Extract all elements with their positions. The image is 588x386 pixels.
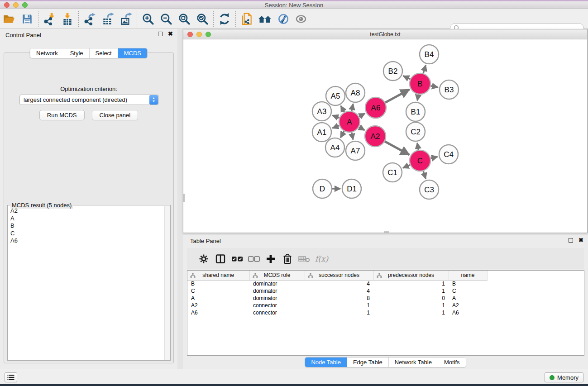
graph-edge-A6-B[interactable] [385,90,409,103]
mcds-result-list[interactable]: A2ABCA6 [9,207,164,359]
mcds-result-item[interactable]: A6 [9,237,164,245]
column-header-successor-nodes[interactable]: successor nodes [305,271,373,280]
zoom-selected-icon[interactable] [193,10,211,28]
table-cell[interactable]: C [449,287,487,295]
select-all-icon[interactable] [229,251,245,267]
table-cell[interactable]: 8 [305,295,373,302]
graph-edge-C-C1[interactable] [403,165,410,168]
table-row[interactable]: Cdominator41C [187,287,584,295]
new-network-from-selection-icon[interactable] [238,10,256,28]
apply-layout-icon[interactable] [215,10,234,28]
graph-edge-A-A5[interactable] [341,106,344,112]
import-network-from-file-icon[interactable] [40,10,58,28]
float-panel-icon[interactable] [158,32,163,36]
table-settings-icon[interactable] [195,251,212,267]
save-session-icon[interactable] [18,10,36,28]
graph-edge-A2-C[interactable] [385,141,409,155]
import-table-from-file-icon[interactable] [58,10,76,28]
graph-edge-B-B4[interactable] [423,65,426,73]
tab-network-table[interactable]: Network Table [389,357,438,367]
tab-motifs[interactable]: Motifs [438,357,466,367]
table-cell[interactable]: 1 [305,309,373,316]
graph-edge-C-C4[interactable] [430,157,437,158]
mcds-result-item[interactable]: A [9,215,164,223]
float-table-panel-icon[interactable] [569,238,573,243]
close-table-panel-icon[interactable]: ✖ [578,238,583,243]
table-cell[interactable]: 1 [305,302,373,309]
memory-button[interactable]: Memory [545,372,583,382]
column-header-shared-name[interactable]: shared name [187,271,249,280]
table-cell[interactable]: 4 [305,287,373,295]
column-header-mcds-role[interactable]: MCDS role [249,271,305,280]
table-cell[interactable]: connector [249,302,305,309]
deselect-all-icon[interactable] [245,251,262,267]
table-row[interactable]: Adominator80A [187,295,584,302]
table-cell[interactable]: B [187,280,249,287]
network-window-titlebar[interactable]: testGlobe.txt [183,29,587,39]
table-cell[interactable]: dominator [249,280,305,287]
open-file-icon[interactable] [0,10,18,28]
mcds-result-scrollbar[interactable] [164,206,170,360]
table-cell[interactable]: dominator [249,295,305,302]
table-cell[interactable]: 0 [373,295,449,302]
table-row[interactable]: Bdominator41B [187,280,584,287]
table-row[interactable]: A2connector11A2 [187,302,584,309]
column-header-name[interactable]: name [449,271,487,280]
table-cell[interactable]: 1 [373,302,449,309]
table-cell[interactable]: 1 [373,280,449,287]
export-network-icon[interactable] [81,10,99,28]
table-header-row[interactable]: shared name MCDS role successor nodes pr… [187,271,584,280]
zoom-in-icon[interactable] [139,10,157,28]
run-mcds-button[interactable]: Run MCDS [39,110,85,120]
export-image-icon[interactable] [117,10,135,28]
graph-edge-A-A8[interactable] [352,104,353,111]
graph-edge-B-B2[interactable] [403,76,411,79]
mcds-result-item[interactable]: A2 [9,207,164,215]
network-canvas[interactable]: AA1A2A3A4A5A6A7A8BB1B2B3B4CC1C2C3C4DD1 [183,39,587,233]
table-cell[interactable]: A2 [449,302,487,309]
graph-edge-B-B1[interactable] [417,95,418,101]
table-cell[interactable]: 4 [305,280,373,287]
graph-edge-A-A6[interactable] [359,114,365,117]
show-hide-panels-icon[interactable] [256,10,274,28]
tab-network[interactable]: Network [30,48,64,58]
table-cell[interactable]: 1 [373,287,449,295]
table-cell[interactable]: 1 [373,309,449,316]
tab-edge-table[interactable]: Edge Table [347,357,389,367]
hide-labels-icon[interactable] [274,10,292,28]
table-cell[interactable]: B [449,280,487,287]
graph-edge-C-C3[interactable] [423,171,425,179]
close-panel-button[interactable]: Close panel [92,110,139,120]
table-cell[interactable]: C [187,287,249,295]
tab-mcds[interactable]: MCDS [118,48,147,58]
zoom-fit-icon[interactable] [175,10,193,28]
add-column-icon[interactable] [262,251,279,267]
table-cell[interactable]: dominator [249,287,305,295]
graph-edge-A-A4[interactable] [340,131,344,138]
zoom-out-icon[interactable] [157,10,175,28]
column-header-predecessor-nodes[interactable]: predecessor nodes [373,271,449,280]
delete-table-icon[interactable] [296,251,312,267]
table-cell[interactable]: A2 [187,302,249,309]
function-builder-icon[interactable]: f(x) [315,254,328,263]
tab-node-table[interactable]: Node Table [305,357,347,367]
optimization-criterion-select[interactable]: largest connected component (directed) ▲… [19,95,159,105]
show-graphics-details-icon[interactable] [292,10,310,28]
tab-select[interactable]: Select [90,48,118,58]
close-panel-icon[interactable]: ✖ [168,32,173,36]
graph-edge-A-A1[interactable] [332,125,339,128]
table-row[interactable]: A6connector11A6 [187,309,584,316]
table-cell[interactable]: A6 [187,309,249,316]
table-cell[interactable]: connector [249,309,305,316]
export-table-icon[interactable] [99,10,117,28]
show-columns-icon[interactable] [212,251,229,267]
graph-edge-B-B3[interactable] [431,86,438,87]
mcds-result-item[interactable]: C [9,230,164,238]
table-cell[interactable]: A [449,295,487,302]
graph-edge-A-A2[interactable] [359,127,365,130]
delete-column-icon[interactable] [279,251,296,267]
table-cell[interactable]: A6 [449,309,487,316]
mcds-result-item[interactable]: B [9,222,164,230]
graph-edge-C-C2[interactable] [417,143,418,150]
tab-style[interactable]: Style [64,48,90,58]
